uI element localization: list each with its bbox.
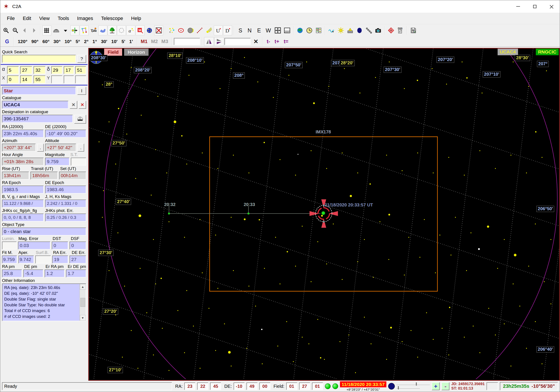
mount-button[interactable] <box>346 26 355 35</box>
north-button[interactable]: N <box>245 26 254 35</box>
azimuth-detail-button[interactable]: . <box>37 144 44 152</box>
menu-item-telescope[interactable]: Telescope <box>98 14 127 23</box>
south-button[interactable]: S <box>236 26 245 35</box>
x3-input[interactable]: 55 <box>33 76 46 83</box>
camera-button[interactable] <box>374 26 383 35</box>
zoom-in-button[interactable] <box>1 26 10 35</box>
mark-button-m2[interactable]: M2 <box>149 38 160 45</box>
zoom-level-5m[interactable]: 5' <box>120 38 127 45</box>
zoom-level-1m[interactable]: 1' <box>127 38 135 45</box>
night-mode-button[interactable] <box>355 26 364 35</box>
mark-input[interactable] <box>174 38 200 45</box>
menu-item-edit[interactable]: Edit <box>19 14 35 23</box>
sine-wave-button[interactable] <box>327 26 336 35</box>
time-step-button-t-[interactable]: t- <box>264 38 272 45</box>
object-info-button[interactable]: I <box>77 87 86 95</box>
horizon-fill-button[interactable] <box>283 26 291 35</box>
close-button[interactable] <box>543 0 560 13</box>
zoom-level-5d[interactable]: 5° <box>73 38 82 45</box>
zoom-level-30d[interactable]: 30° <box>51 38 63 45</box>
pan-button[interactable] <box>273 26 282 35</box>
menu-item-tools[interactable]: Tools <box>54 14 73 23</box>
forward-arrow-button[interactable] <box>30 26 38 35</box>
zoom-level-30m[interactable]: 30' <box>99 38 109 45</box>
maximize-button[interactable] <box>527 0 543 13</box>
dss-button[interactable]: DSS <box>396 26 405 35</box>
y2-input[interactable] <box>64 76 74 83</box>
scroll-up-icon[interactable]: ▲ <box>80 284 86 290</box>
clock-button[interactable] <box>305 26 314 35</box>
zoom-out-button[interactable] <box>11 26 20 35</box>
zoom-level-1d[interactable]: 1° <box>90 38 99 45</box>
minimize-button[interactable] <box>510 0 527 13</box>
time-minus-button[interactable]: - <box>441 382 450 390</box>
ra-m-input[interactable]: 27 <box>20 66 32 74</box>
constellation-names-button[interactable]: Tau <box>89 26 98 35</box>
west-button[interactable]: W <box>264 26 273 35</box>
east-button[interactable]: E <box>255 26 264 35</box>
tab-horizon[interactable]: Horizon <box>124 49 149 56</box>
mark-button-m1[interactable]: M1 <box>139 38 150 45</box>
flip-vertical-button[interactable] <box>214 37 224 46</box>
de-m-input[interactable]: 17 <box>64 66 74 74</box>
field-cross-button[interactable] <box>70 26 79 35</box>
zoom-level-10d[interactable]: 10° <box>63 38 74 45</box>
search-help-button[interactable]: ? <box>77 55 86 63</box>
earth-button[interactable] <box>296 26 304 35</box>
x2-input[interactable]: 14 <box>20 76 32 83</box>
catalogue-prev-button[interactable]: ✕ <box>70 101 77 109</box>
star-names-button[interactable]: α <box>126 26 135 35</box>
red-cross-button[interactable] <box>154 26 163 35</box>
back-arrow-button[interactable] <box>20 26 29 35</box>
y3-input[interactable] <box>75 76 86 83</box>
nebula-outline-button[interactable] <box>177 26 185 35</box>
sun-button[interactable] <box>336 26 345 35</box>
time-step-button-t+[interactable]: t+ <box>272 38 281 45</box>
menu-item-help[interactable]: Help <box>128 14 145 23</box>
ra-s-input[interactable]: 32 <box>33 66 46 74</box>
save-image-button[interactable]: T <box>409 26 418 35</box>
clear-button[interactable]: ✕ <box>251 38 260 45</box>
grid-button[interactable] <box>42 26 51 35</box>
menu-item-images[interactable]: Images <box>73 14 97 23</box>
zoom-level-10m[interactable]: 10' <box>109 38 120 45</box>
scroll-down-icon[interactable]: ▼ <box>80 315 86 321</box>
time-slider[interactable] <box>397 382 430 390</box>
zoom-level-120d[interactable]: 120° <box>16 38 29 45</box>
deep-sky-button[interactable] <box>145 26 154 35</box>
mark-button-m3[interactable]: M3 <box>160 38 170 45</box>
menu-item-file[interactable]: File <box>3 14 18 23</box>
de-d-input[interactable]: 29 <box>51 66 63 74</box>
comet-button[interactable] <box>204 26 213 35</box>
observatory-panel-button[interactable] <box>314 26 323 35</box>
dashed-circle-button[interactable] <box>117 26 126 35</box>
sky-chart[interactable]: Field Horizon UCAC4 RNGCIC 208°30'208°20… <box>88 48 560 381</box>
constellation-lines-button[interactable] <box>80 26 89 35</box>
moon-phase-button[interactable] <box>186 26 195 35</box>
time-plus-button[interactable]: + <box>432 382 440 390</box>
menu-item-view[interactable]: View <box>36 14 53 23</box>
messier-button[interactable]: M <box>136 26 145 35</box>
horizon-dome-button[interactable] <box>52 26 61 35</box>
altitude-detail-button[interactable]: . <box>78 144 84 152</box>
zoom-level-90d[interactable]: 90° <box>29 38 40 45</box>
y1-input[interactable] <box>51 76 63 83</box>
goto-telescope-button[interactable] <box>74 115 86 124</box>
ra-h-input[interactable]: 5 <box>7 66 19 74</box>
flip-horizontal-button[interactable] <box>204 37 214 46</box>
zoom-level-60d[interactable]: 60° <box>40 38 51 45</box>
ground-tree-button[interactable] <box>108 26 117 35</box>
de-s-input[interactable]: 51 <box>75 66 86 74</box>
dome-dropdown-button[interactable] <box>61 26 70 35</box>
time-input[interactable] <box>224 38 251 45</box>
star-colors-button[interactable] <box>167 26 176 35</box>
scroll-thumb[interactable] <box>80 298 85 307</box>
goto-button[interactable]: G <box>2 38 12 45</box>
u-label-button[interactable]: U <box>214 26 223 35</box>
asteroid-track-button[interactable] <box>195 26 204 35</box>
quick-search-input[interactable] <box>2 55 76 63</box>
milky-way-button[interactable] <box>98 26 107 35</box>
x1-input[interactable]: 0 <box>7 76 19 83</box>
catalogue-next-button[interactable]: ✕ <box>79 101 86 109</box>
satellites-button[interactable] <box>364 26 373 35</box>
